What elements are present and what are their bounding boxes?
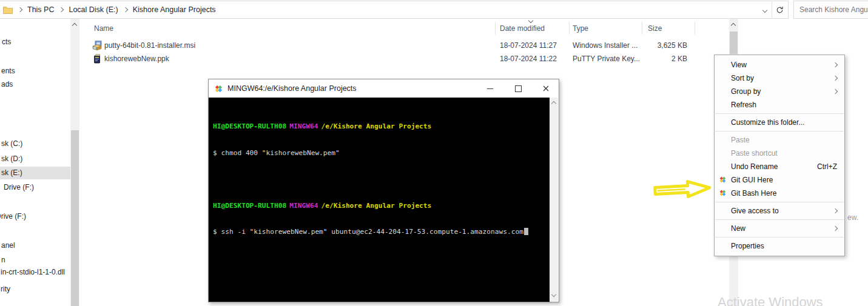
- sidebar-item-drive-f[interactable]: Drive (F:): [4, 182, 34, 193]
- git-icon: [719, 176, 727, 184]
- scroll-up-icon[interactable]: [72, 23, 77, 28]
- menu-separator: [715, 202, 844, 202]
- sidebar-item[interactable]: cts: [2, 36, 11, 47]
- sort-indicator-icon: [528, 18, 533, 23]
- column-divider[interactable]: [569, 22, 570, 35]
- sidebar-item-disk-e[interactable]: sk (E:): [1, 167, 22, 178]
- scroll-up-icon[interactable]: [731, 23, 736, 28]
- sidebar-item[interactable]: rity: [1, 284, 10, 294]
- submenu-arrow-icon: [833, 208, 838, 213]
- sidebar-item[interactable]: in-crt-stdio-l1-1-0.dll: [1, 267, 65, 278]
- terminal-command-line: $ chmod 400 "kishorewebNew.pem": [213, 149, 550, 158]
- column-header-name[interactable]: Name: [94, 23, 113, 34]
- menu-item-properties[interactable]: Properties: [715, 239, 844, 253]
- menu-item-refresh[interactable]: Refresh: [715, 98, 844, 111]
- submenu-arrow-icon: [833, 62, 838, 67]
- submenu-arrow-icon: [833, 226, 838, 231]
- breadcrumb-separator-icon: [59, 7, 64, 12]
- menu-item-customize-folder[interactable]: Customize this folder...: [715, 116, 844, 129]
- column-header-type[interactable]: Type: [573, 23, 588, 34]
- refresh-icon: [776, 6, 784, 14]
- menu-separator: [715, 237, 844, 238]
- menu-shortcut: Ctrl+Z: [817, 160, 837, 173]
- column-header-size[interactable]: Size: [648, 23, 662, 34]
- highlight-arrow-icon: [650, 176, 716, 204]
- sidebar-item[interactable]: ents: [1, 65, 15, 76]
- search-box[interactable]: [793, 1, 868, 19]
- file-size: 2 KB: [625, 53, 687, 65]
- menu-item-view[interactable]: View: [715, 58, 844, 72]
- putty-key-icon: [92, 54, 102, 64]
- sidebar-item-drive-f[interactable]: Drive (F:): [0, 211, 26, 222]
- breadcrumb-this-pc[interactable]: This PC: [27, 5, 54, 14]
- breadcrumb-separator-icon: [18, 7, 22, 12]
- column-divider[interactable]: [695, 22, 695, 35]
- column-divider[interactable]: [495, 22, 496, 35]
- refresh-button[interactable]: [773, 6, 786, 14]
- file-name[interactable]: putty-64bit-0.81-installer.msi: [104, 39, 195, 52]
- preview-pane-text-fragment: ew.: [847, 213, 858, 222]
- sidebar-item[interactable]: ads: [1, 79, 13, 90]
- address-dropdown-button[interactable]: [759, 5, 771, 14]
- terminal-title: MINGW64:/e/Kishore Angular Projects: [227, 84, 357, 93]
- file-size: 3,625 KB: [625, 39, 687, 52]
- menu-item-group-by[interactable]: Group by: [715, 85, 844, 98]
- column-header-date-modified[interactable]: Date modified: [500, 23, 545, 34]
- menu-item-paste-shortcut: Paste shortcut: [715, 147, 844, 160]
- minimize-icon: [487, 88, 493, 89]
- menu-item-sort-by[interactable]: Sort by: [715, 72, 844, 85]
- sidebar-item-disk-c[interactable]: sk (C:): [1, 138, 22, 149]
- sidebar-item[interactable]: anel: [1, 240, 15, 251]
- windows-installer-icon: [92, 41, 102, 50]
- mingw64-terminal-window: MINGW64:/e/Kishore Angular Projects HI@D…: [208, 79, 559, 302]
- menu-item-git-bash-here[interactable]: Git Bash Here: [715, 187, 844, 200]
- breadcrumb: This PC Local Disk (E:) Kishore Angular …: [3, 1, 216, 18]
- terminal-title-bar[interactable]: MINGW64:/e/Kishore Angular Projects: [209, 79, 559, 98]
- search-input[interactable]: [798, 5, 868, 15]
- folder-icon: [3, 5, 13, 14]
- breadcrumb-kishore-angular-projects[interactable]: Kishore Angular Projects: [133, 5, 216, 14]
- menu-item-git-gui-here[interactable]: Git GUI Here: [715, 173, 844, 187]
- terminal-scrollbar[interactable]: [550, 98, 558, 301]
- main-scrollbar-thumb[interactable]: [730, 32, 738, 54]
- menu-separator: [715, 131, 844, 131]
- menu-item-paste: Paste: [715, 133, 844, 147]
- terminal-cursor: [524, 228, 528, 235]
- terminal-prompt-line: HI@DESKTOP-RULTH08MINGW64/e/Kishore Angu…: [213, 202, 550, 211]
- divider: [772, 2, 772, 18]
- terminal-content[interactable]: HI@DESKTOP-RULTH08MINGW64/e/Kishore Angu…: [209, 98, 550, 302]
- breadcrumb-local-disk-e[interactable]: Local Disk (E:): [69, 5, 118, 14]
- menu-item-new[interactable]: New: [715, 222, 844, 235]
- maximize-button[interactable]: [508, 79, 528, 98]
- sidebar-item[interactable]: n: [1, 254, 5, 265]
- explorer-window: This PC Local Disk (E:) Kishore Angular …: [0, 0, 868, 306]
- activate-windows-watermark: Activate Windows: [718, 294, 823, 306]
- git-icon: [214, 84, 223, 93]
- sidebar-item-disk-d[interactable]: sk (D:): [1, 153, 22, 164]
- close-button[interactable]: [536, 79, 556, 98]
- context-menu: View Sort by Group by Refresh Customize …: [714, 55, 845, 256]
- file-name[interactable]: kishorewebNew.ppk: [104, 53, 169, 65]
- file-date: 18-07-2024 11:27: [500, 39, 557, 52]
- submenu-arrow-icon: [833, 89, 838, 94]
- submenu-arrow-icon: [833, 76, 838, 81]
- file-date: 18-07-2024 11:22: [500, 53, 557, 65]
- git-icon: [719, 189, 727, 197]
- close-icon: [543, 85, 549, 91]
- scroll-up-icon[interactable]: [551, 101, 556, 106]
- menu-separator: [715, 113, 844, 114]
- maximize-icon: [515, 85, 522, 92]
- sidebar-scrollbar[interactable]: [70, 19, 79, 306]
- column-divider[interactable]: [642, 22, 642, 35]
- menu-separator: [715, 219, 844, 220]
- menu-item-undo-rename[interactable]: Undo RenameCtrl+Z: [715, 160, 844, 173]
- terminal-command-line: $ ssh -i "kishorewebNew.pem" ubuntu@ec2-…: [213, 228, 550, 237]
- menu-item-give-access-to[interactable]: Give access to: [715, 204, 844, 218]
- address-bar: This PC Local Disk (E:) Kishore Angular …: [0, 1, 789, 19]
- sidebar-scrollbar-thumb[interactable]: [71, 130, 79, 306]
- scroll-down-icon[interactable]: [551, 292, 556, 297]
- minimize-button[interactable]: [480, 79, 500, 98]
- breadcrumb-separator-icon: [123, 7, 127, 12]
- terminal-prompt-line: HI@DESKTOP-RULTH08MINGW64/e/Kishore Angu…: [213, 122, 550, 131]
